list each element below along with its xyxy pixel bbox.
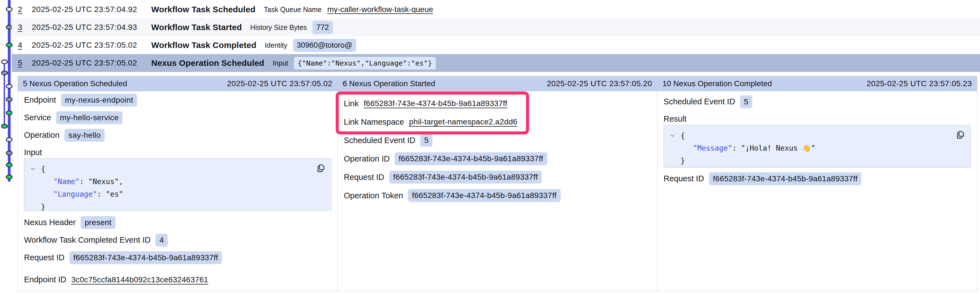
- copy-icon[interactable]: [955, 130, 966, 140]
- timeline-event-dot-green: [6, 163, 13, 167]
- field-value-badge: 5: [420, 134, 433, 147]
- event-id-link[interactable]: 5: [18, 59, 32, 67]
- detail-field: Link Namespace phil-target-namespace2.a2…: [344, 113, 651, 131]
- json-code-line: {: [670, 129, 965, 142]
- field-label: Input: [24, 146, 331, 159]
- timeline-event-dot-gray: [1, 71, 8, 75]
- field-label: Operation: [24, 130, 59, 140]
- event-id-link[interactable]: 3: [18, 23, 32, 32]
- json-code-line: "Message": "¡Hola! Nexus 👋": [670, 142, 965, 154]
- field-value-link[interactable]: 3c0c75ccfa8144b092c13ce632463761: [72, 275, 208, 284]
- json-text: : "Nexus",: [80, 177, 123, 186]
- field-label: Scheduled Event ID: [663, 97, 735, 106]
- json-code-lines: {"Name": "Nexus","Language": "es"}: [30, 163, 325, 213]
- detail-field: Request ID f665283f-743e-4374-b45b-9a61a…: [24, 249, 331, 266]
- json-text: }: [681, 156, 685, 165]
- field-value-badge: f665283f-743e-4374-b45b-9a61a89337ff: [709, 172, 861, 185]
- field-value-badge: f665283f-743e-4374-b45b-9a61a89337ff: [70, 251, 222, 264]
- event-id-link[interactable]: 4: [18, 41, 32, 50]
- json-text: {: [41, 165, 46, 173]
- json-text: }: [41, 202, 46, 211]
- detail-field: Scheduled Event ID 5: [663, 93, 971, 110]
- json-code-line: {: [30, 163, 325, 175]
- panel-timestamp: 2025-02-25 UTC 23:57:05.20: [547, 79, 652, 88]
- chevron-down-icon[interactable]: [670, 132, 681, 138]
- event-detail-panels: 5 Nexus Operation Scheduled 2025-02-25 U…: [18, 76, 977, 291]
- field-label: Workflow Task Completed Event ID: [24, 235, 150, 245]
- event-detail-label: History Size Bytes: [250, 24, 307, 32]
- detail-field: Link f665283f-743e-4374-b45b-9a61a89337f…: [344, 94, 651, 113]
- event-detail-panel: 10 Nexus Operation Completed 2025-02-25 …: [657, 76, 977, 291]
- field-value-badge: f665283f-743e-4374-b45b-9a61a89337ff: [408, 189, 560, 202]
- field-label: Nexus Header: [24, 218, 76, 227]
- timeline-event-dot-gray: [6, 151, 13, 156]
- panel-header: 5 Nexus Operation Scheduled 2025-02-25 U…: [18, 76, 337, 91]
- field-label: Link: [344, 99, 359, 108]
- timeline-event-dot-green: [6, 110, 13, 115]
- field-value-link[interactable]: f665283f-743e-4374-b45b-9a61a89337ff: [364, 99, 507, 108]
- event-name: Workflow Task Completed: [151, 40, 256, 50]
- field-value-badge: f665283f-743e-4374-b45b-9a61a89337ff: [395, 152, 547, 165]
- timeline-event-dot-white: [6, 84, 13, 89]
- event-detail-panel: 6 Nexus Operation Started 2025-02-25 UTC…: [337, 76, 657, 291]
- chevron-down-icon[interactable]: [30, 166, 41, 172]
- timeline-event-dot-green: [1, 124, 8, 129]
- event-row[interactable]: 2 2025-02-25 UTC 23:57:04.92 Workflow Ta…: [12, 0, 980, 18]
- event-name: Workflow Task Scheduled: [151, 5, 256, 14]
- event-row[interactable]: 5 2025-02-25 UTC 23:57:05.02 Nexus Opera…: [12, 54, 980, 72]
- field-value-badge: f665283f-743e-4374-b45b-9a61a89337ff: [389, 171, 542, 184]
- event-detail-value-link[interactable]: my-caller-workflow-task-queue: [327, 5, 433, 14]
- event-detail-label: Input: [273, 59, 288, 67]
- json-key: "Message": [693, 144, 732, 152]
- panel-body: Link f665283f-743e-4374-b45b-9a61a89337f…: [338, 91, 657, 291]
- field-label: Endpoint: [24, 95, 56, 105]
- copy-icon[interactable]: [316, 163, 326, 173]
- json-text: {: [681, 131, 685, 140]
- event-rows-list: 2 2025-02-25 UTC 23:57:04.92 Workflow Ta…: [12, 0, 980, 72]
- timeline-event-dot-white: [1, 59, 8, 64]
- event-name: Nexus Operation Scheduled: [151, 58, 264, 68]
- field-label: Request ID: [344, 173, 384, 182]
- workflow-history-view: 2 2025-02-25 UTC 23:57:04.92 Workflow Ta…: [0, 0, 980, 294]
- event-timestamp: 2025-02-25 UTC 23:57:05.02: [32, 59, 151, 67]
- json-key: "Name": [53, 177, 80, 186]
- panel-timestamp: 2025-02-25 UTC 23:57:05.23: [867, 79, 972, 88]
- detail-field: Nexus Header present: [24, 214, 331, 231]
- field-value-badge: my-hello-service: [56, 111, 123, 124]
- detail-field: Request ID f665283f-743e-4374-b45b-9a61a…: [663, 170, 971, 188]
- event-id-link[interactable]: 2: [18, 5, 32, 14]
- detail-field: Workflow Task Completed Event ID 4: [24, 231, 331, 249]
- event-detail-value-badge: 30960@totoro@: [293, 39, 356, 52]
- detail-field: Operation say-hello: [24, 126, 331, 144]
- field-value-link[interactable]: phil-target-namespace2.a2dd6: [409, 118, 517, 126]
- field-value-badge: 4: [156, 234, 168, 246]
- detail-field: Endpoint ID 3c0c75ccfa8144b092c13ce63246…: [24, 271, 331, 288]
- field-label: Result: [663, 113, 971, 125]
- timeline-event-dot-white: [6, 137, 13, 142]
- json-code-line: }: [670, 154, 965, 167]
- event-detail-label: Identity: [265, 41, 287, 49]
- json-text: : "es": [97, 190, 123, 198]
- timeline-event-dot-gray: [6, 97, 13, 102]
- detail-field: Input {"Name": "Nexus","Language": "es"}: [24, 146, 331, 211]
- panel-title: 5 Nexus Operation Scheduled: [23, 79, 127, 88]
- panel-header: 10 Nexus Operation Completed 2025-02-25 …: [657, 76, 977, 91]
- event-row[interactable]: 3 2025-02-25 UTC 23:57:04.93 Workflow Ta…: [12, 18, 980, 36]
- detail-field: Request ID f665283f-743e-4374-b45b-9a61a…: [344, 168, 651, 186]
- panel-header: 6 Nexus Operation Started 2025-02-25 UTC…: [338, 76, 657, 91]
- detail-field: Service my-hello-service: [24, 109, 331, 126]
- field-value-badge: say-hello: [64, 129, 105, 142]
- detail-field: Scheduled Event ID 5: [344, 131, 651, 149]
- timeline-event-dot-green: [6, 175, 13, 180]
- field-label: Request ID: [24, 253, 64, 262]
- field-label: Operation ID: [344, 154, 390, 164]
- panel-body: Scheduled Event ID 5 Result {"Message": …: [657, 91, 977, 291]
- json-code-line: "Language": "es": [30, 188, 325, 200]
- field-label: Operation Token: [344, 191, 403, 200]
- field-label: Endpoint ID: [24, 275, 67, 284]
- json-code-line: "Name": "Nexus",: [30, 175, 325, 188]
- event-detail-value-badge: {"Name":"Nexus","Language":"es"}: [294, 57, 436, 70]
- event-detail-label: Task Queue Name: [264, 6, 322, 14]
- json-key: "Language": [53, 190, 97, 198]
- event-row[interactable]: 4 2025-02-25 UTC 23:57:05.02 Workflow Ta…: [12, 36, 980, 54]
